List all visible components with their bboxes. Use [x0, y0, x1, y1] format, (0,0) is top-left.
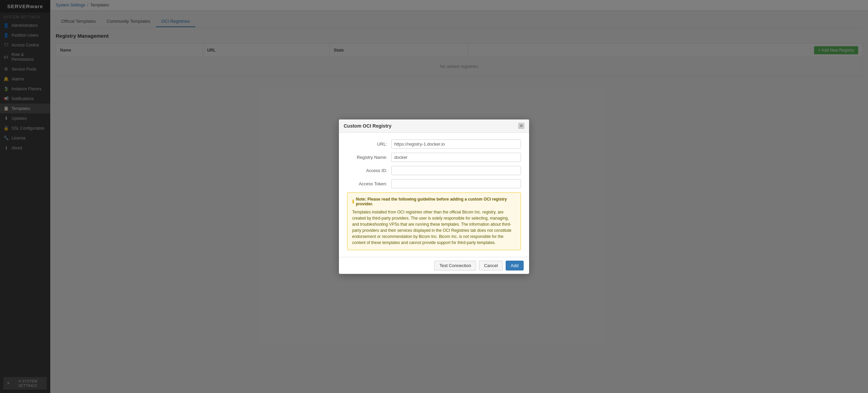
access-token-row: Access Token:	[347, 179, 521, 188]
access-token-label: Access Token:	[347, 181, 391, 186]
url-input[interactable]	[391, 139, 521, 149]
modal-overlay: Custom OCI Registry ✕ URL: Registry Name…	[0, 0, 868, 393]
note-title: ℹ Note: Please read the following guidel…	[352, 197, 516, 206]
registry-name-row: Registry Name:	[347, 153, 521, 162]
modal-body: URL: Registry Name: Access ID: Access To…	[339, 133, 529, 257]
test-connection-button[interactable]: Test Connection	[434, 261, 476, 270]
note-box: ℹ Note: Please read the following guidel…	[347, 192, 521, 250]
modal-title: Custom OCI Registry	[344, 123, 392, 129]
access-id-input[interactable]	[391, 166, 521, 175]
modal-footer: Test Connection Cancel Add	[339, 257, 529, 274]
access-id-label: Access ID:	[347, 168, 391, 173]
modal-header: Custom OCI Registry ✕	[339, 119, 529, 133]
add-button[interactable]: Add	[506, 261, 524, 270]
access-token-input[interactable]	[391, 179, 521, 188]
url-row: URL:	[347, 139, 521, 149]
cancel-button[interactable]: Cancel	[479, 261, 503, 270]
modal-close-button[interactable]: ✕	[518, 123, 524, 129]
info-circle-icon: ℹ	[352, 199, 354, 204]
access-id-row: Access ID:	[347, 166, 521, 175]
note-text: Templates installed from OCI registries …	[352, 209, 516, 246]
modal-custom-oci-registry: Custom OCI Registry ✕ URL: Registry Name…	[339, 119, 529, 274]
registry-name-label: Registry Name:	[347, 155, 391, 160]
url-label: URL:	[347, 142, 391, 147]
registry-name-input[interactable]	[391, 153, 521, 162]
